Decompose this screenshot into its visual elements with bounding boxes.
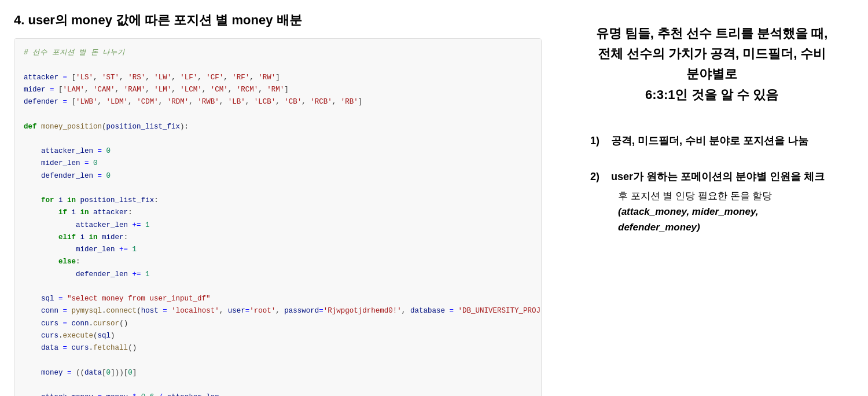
code-area: # 선수 포지션 별 돈 나누기 attacker = ['LS', 'ST',… [14, 38, 542, 396]
right-main-text: 유명 팀들, 추천 선수 트리를 분석했을 때, 전체 선수의 가치가 공격, … [590, 23, 833, 105]
comment-line: # 선수 포지션 별 돈 나누기 [24, 49, 125, 57]
right-item-1-title: 1) 공격, 미드필더, 수비 분야로 포지션을 나눔 [590, 134, 833, 148]
right-item-2-number: 2) [590, 171, 599, 182]
right-main-line1: 유명 팀들, 추천 선수 트리를 분석했을 때, [590, 23, 833, 43]
section-title: 4. user의 money 값에 따른 포지션 별 money 배분 [14, 12, 542, 29]
right-item-1: 1) 공격, 미드필더, 수비 분야로 포지션을 나눔 [590, 134, 833, 152]
right-main-line3: 6:3:1인 것을 알 수 있음 [590, 85, 833, 105]
right-item-2-text-line1: user가 원하는 포메이션의 분야별 인원을 체크 [611, 171, 825, 182]
right-item-1-number: 1) [590, 135, 599, 146]
right-item-2-title: 2) user가 원하는 포메이션의 분야별 인원을 체크 [590, 170, 833, 184]
right-panel: 유명 팀들, 추천 선수 트리를 분석했을 때, 전체 선수의 가치가 공격, … [556, 0, 868, 396]
right-item-2-subtitle: (attack_money, mider_money, defender_mon… [618, 204, 833, 235]
right-main-line2: 전체 선수의 가치가 공격, 미드필더, 수비 분야별로 [590, 43, 833, 84]
right-item-1-text: 공격, 미드필더, 수비 분야로 포지션을 나눔 [611, 135, 808, 146]
left-panel: 4. user의 money 값에 따른 포지션 별 money 배분 # 선수… [0, 0, 556, 396]
right-item-2: 2) user가 원하는 포메이션의 분야별 인원을 체크 후 포지션 별 인당… [590, 170, 833, 236]
right-item-2-desc: 후 포지션 별 인당 필요한 돈을 할당 (attack_money, mide… [590, 188, 833, 236]
right-item-2-line2: 후 포지션 별 인당 필요한 돈을 할당 [618, 188, 833, 204]
var-attacker: attacker [24, 74, 58, 82]
